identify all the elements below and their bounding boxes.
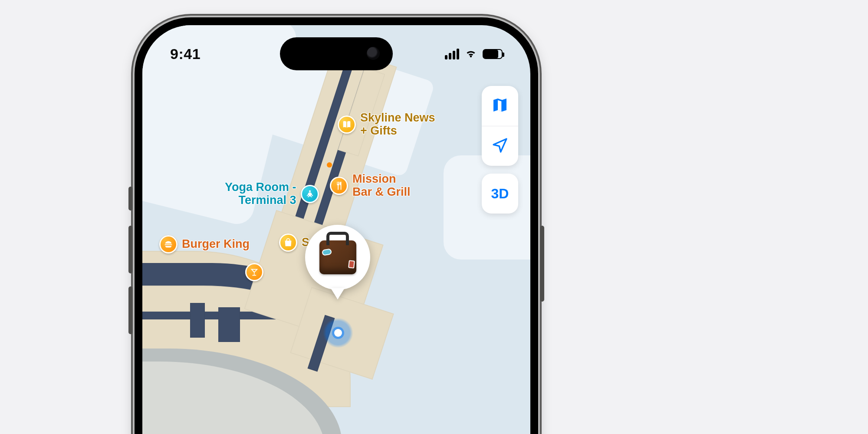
control-group-top xyxy=(482,86,518,166)
poi-label: Yoga Room - Terminal 3 xyxy=(225,181,296,207)
locate-me-button[interactable] xyxy=(482,126,518,166)
view-3d-label: 3D xyxy=(491,186,509,202)
poi-skyline-news-gifts[interactable]: Skyline News + Gifts xyxy=(338,112,435,137)
battery-icon xyxy=(483,49,503,59)
poi-label: Mission Bar & Grill xyxy=(352,173,411,198)
volume-up-button xyxy=(128,226,133,273)
current-location-dot xyxy=(323,318,353,348)
screen: Skyline News + Gifts Mission Bar & Grill… xyxy=(142,25,530,434)
person-meditate-icon xyxy=(301,185,319,203)
mute-switch xyxy=(128,187,133,210)
cocktail-icon xyxy=(245,263,263,281)
tracked-item-bubble[interactable] xyxy=(305,225,370,290)
volume-down-button xyxy=(128,286,133,334)
poi-label: Burger King xyxy=(182,238,250,251)
shopping-bag-icon xyxy=(279,233,297,252)
phone-frame: Skyline News + Gifts Mission Bar & Grill… xyxy=(135,17,538,434)
dynamic-island xyxy=(280,37,393,70)
burger-icon xyxy=(159,235,178,253)
cellular-signal-icon xyxy=(445,49,459,59)
location-arrow-icon xyxy=(491,137,509,156)
view-3d-button[interactable]: 3D xyxy=(482,174,518,214)
wifi-icon xyxy=(464,48,477,60)
poi-mission-bar-grill[interactable]: Mission Bar & Grill xyxy=(330,173,411,198)
map-dot xyxy=(327,162,332,168)
map-fill-icon xyxy=(491,96,509,115)
status-time: 9:41 xyxy=(170,46,201,62)
poi-shop-partial[interactable]: S xyxy=(279,233,309,252)
poi-label: Skyline News + Gifts xyxy=(360,112,435,137)
luggage-icon xyxy=(319,240,356,274)
fork-knife-icon xyxy=(330,177,348,195)
power-button xyxy=(540,226,544,302)
control-group-3d: 3D xyxy=(482,174,518,214)
map-controls: 3D xyxy=(482,86,518,214)
map-mode-button[interactable] xyxy=(482,86,518,126)
svg-point-0 xyxy=(309,190,310,192)
poi-burger-king[interactable]: Burger King xyxy=(159,235,250,253)
poi-yoga-room[interactable]: Yoga Room - Terminal 3 xyxy=(225,181,319,207)
poi-cocktail-bar[interactable] xyxy=(245,263,263,281)
book-icon xyxy=(338,115,356,134)
